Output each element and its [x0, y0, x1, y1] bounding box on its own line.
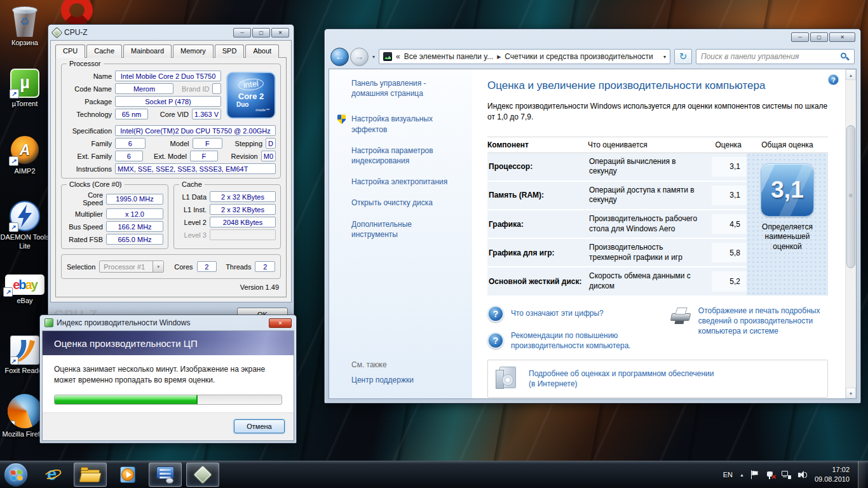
cp-sidebar: Панель управления - домашняя страница На… — [329, 69, 472, 398]
minimize-button[interactable]: ─ — [791, 32, 809, 42]
core-vid-field: 1.363 V — [192, 109, 221, 119]
shortcut-arrow-icon: ↗ — [9, 156, 18, 166]
tab-mainboard[interactable]: Mainboard — [123, 44, 172, 58]
close-button[interactable]: ✕ — [829, 32, 855, 42]
ext-model-field: F — [190, 151, 218, 161]
breadcrumb-current[interactable]: Счетчики и средства производительности — [505, 52, 653, 61]
help-icon[interactable]: ? — [828, 74, 839, 85]
shortcut-arrow-icon: ↗ — [3, 287, 13, 297]
link-print-details[interactable]: Отображение и печать подробных сведений … — [671, 306, 828, 337]
sidebar-item-disk-cleanup[interactable]: Открыть очистку диска — [351, 198, 453, 208]
shortcut-arrow-icon: ↗ — [10, 356, 18, 365]
sidebar-item-advanced-tools[interactable]: Дополнительные инструменты — [351, 219, 453, 240]
cp-titlebar[interactable]: ─ ▢ ✕ — [325, 29, 860, 46]
l1-data-field: 2 x 32 KBytes — [210, 191, 276, 202]
sidebar-item-visual-effects[interactable]: Настройка визуальных эффектов — [351, 114, 453, 134]
sidebar-item-power[interactable]: Настройка электропитания — [351, 177, 453, 187]
table-row: Графика для игр: Производительность трех… — [487, 239, 747, 268]
instructions-field: MMX, SSE, SSE2, SSE3, SSSE3, EM64T — [115, 163, 276, 174]
taskbar-media-player[interactable] — [111, 463, 144, 487]
wei-dialog: Индекс производительности Windows ✕ Оцен… — [39, 315, 297, 444]
cpuz-titlebar[interactable]: CPU-Z ─ ▢ ✕ — [48, 25, 294, 40]
revision-field: M0 — [261, 151, 276, 161]
maximize-button[interactable]: ▢ — [810, 32, 828, 42]
core-speed-field: 1995.0 MHz — [106, 194, 163, 205]
close-button[interactable]: ✕ — [269, 318, 292, 328]
desktop-icon-utorrent[interactable]: µ ↗ µTorrent — [0, 69, 50, 109]
code-name-field: Merom — [115, 83, 173, 94]
utorrent-icon: µ ↗ — [10, 69, 39, 98]
recycle-bin-icon: ♻ — [11, 4, 39, 37]
close-button[interactable]: ✕ — [271, 28, 289, 37]
level2-field: 2048 KBytes — [210, 217, 276, 227]
cores-field: 2 — [197, 261, 217, 272]
clock[interactable]: 17:02 09.08.2010 — [815, 465, 850, 484]
rated-fsb-field: 665.0 MHz — [106, 234, 163, 245]
search-input[interactable]: Поиск в панели управления — [696, 49, 855, 64]
control-panel-window: ─ ▢ ✕ ← → ▾ « Все элементы панели у... ▶… — [324, 29, 861, 403]
sidebar-item-support-center[interactable]: Центр поддержки — [351, 376, 466, 384]
specification-field: Intel(R) Core(TM)2 Duo CPU T5750 @ 2.00G… — [115, 125, 276, 136]
link-performance-tips[interactable]: ? Рекомендации по повышению производител… — [487, 330, 663, 351]
taskbar-internet-explorer[interactable]: e — [36, 463, 69, 487]
desktop-icon-ebay[interactable]: ebay ↗ eBay — [0, 274, 50, 306]
maximize-button[interactable]: ▢ — [252, 28, 270, 37]
minimize-button[interactable]: ─ — [233, 28, 251, 37]
refresh-button[interactable]: ↻ — [674, 49, 692, 64]
tray-date: 09.08.2010 — [815, 475, 850, 484]
sidebar-item-indexing[interactable]: Настройка параметров индексирования — [351, 146, 453, 166]
threads-field: 2 — [255, 261, 275, 272]
selection-group: Selection Processor #1 ▾ Cores 2 Threads… — [61, 254, 281, 279]
language-indicator[interactable]: EN — [723, 471, 733, 478]
vertical-scrollbar[interactable]: ▲ ▼ — [845, 69, 856, 398]
tab-about[interactable]: About — [245, 44, 279, 58]
tab-cpu[interactable]: CPU — [55, 44, 85, 58]
show-desktop-button[interactable] — [858, 461, 865, 488]
scroll-down-icon[interactable]: ▼ — [846, 388, 856, 398]
tab-spd[interactable]: SPD — [215, 44, 245, 58]
taskbar-windows-explorer[interactable] — [74, 463, 107, 487]
taskbar-performance-tools[interactable] — [149, 463, 182, 487]
tab-cache[interactable]: Cache — [86, 44, 122, 58]
wei-titlebar[interactable]: Индекс производительности Windows ✕ — [40, 315, 296, 330]
scrollbar-thumb[interactable] — [846, 125, 855, 268]
scroll-up-icon[interactable]: ▲ — [846, 69, 856, 80]
multiplier-field: x 12.0 — [106, 208, 163, 219]
volume-icon[interactable] — [798, 471, 808, 479]
daemon-tools-icon: ↗ — [10, 201, 40, 231]
address-dropdown-icon[interactable]: ▾ — [663, 54, 666, 60]
start-button[interactable] — [4, 463, 28, 487]
learn-more-box[interactable]: Подробнее об оценках и программном обесп… — [487, 360, 828, 398]
cancel-button[interactable]: Отмена — [234, 419, 285, 433]
power-icon[interactable]: ✕ — [766, 470, 775, 479]
icon-label: eBay — [0, 297, 50, 306]
wei-message: Оценка занимает несколько минут. Изображ… — [54, 364, 282, 386]
desktop-icon-recycle-bin[interactable]: ♻ Корзина — [0, 4, 50, 48]
table-row: Графика: Производительность рабочего сто… — [487, 210, 747, 239]
cpuz-window: CPU-Z ─ ▢ ✕ CPU Cache Mainboard Memory S… — [48, 24, 294, 329]
link-what-numbers[interactable]: ? Что означают эти цифры? — [487, 306, 663, 322]
navigation-bar: ← → ▾ « Все элементы панели у... ▶ Счетч… — [325, 46, 860, 67]
icon-label: AIMP2 — [0, 167, 50, 176]
icon-label: Корзина — [0, 39, 50, 48]
bus-speed-field: 166.2 MHz — [106, 221, 163, 232]
forward-button[interactable]: → — [350, 48, 369, 66]
show-hidden-icons[interactable]: ▲ — [740, 473, 744, 477]
taskbar-cpuz[interactable] — [186, 463, 219, 487]
desktop-icon-aimp2[interactable]: A ↗ AIMP2 — [0, 135, 50, 176]
base-score-caption: Определяется наименьшей оценкой — [752, 222, 823, 252]
ext-family-field: 6 — [115, 151, 143, 161]
breadcrumb-root[interactable]: Все элементы панели у... — [404, 52, 493, 61]
address-bar[interactable]: « Все элементы панели у... ▶ Счетчики и … — [379, 49, 670, 64]
question-circle-icon: ? — [487, 306, 504, 322]
sidebar-item-home[interactable]: Панель управления - домашняя страница — [351, 78, 453, 98]
recent-pages-dropdown-icon[interactable]: ▾ — [372, 54, 375, 60]
base-score-badge: 3,1 — [761, 163, 814, 217]
tab-memory[interactable]: Memory — [173, 44, 214, 58]
network-icon[interactable] — [782, 471, 791, 479]
back-button[interactable]: ← — [330, 48, 349, 66]
action-center-icon[interactable] — [751, 470, 759, 479]
desktop-icon-daemon-tools[interactable]: ↗ DAEMON Tools Lite — [0, 201, 50, 251]
search-icon[interactable] — [840, 52, 850, 62]
processor-selection-dropdown[interactable]: Processor #1 ▾ — [99, 261, 164, 273]
